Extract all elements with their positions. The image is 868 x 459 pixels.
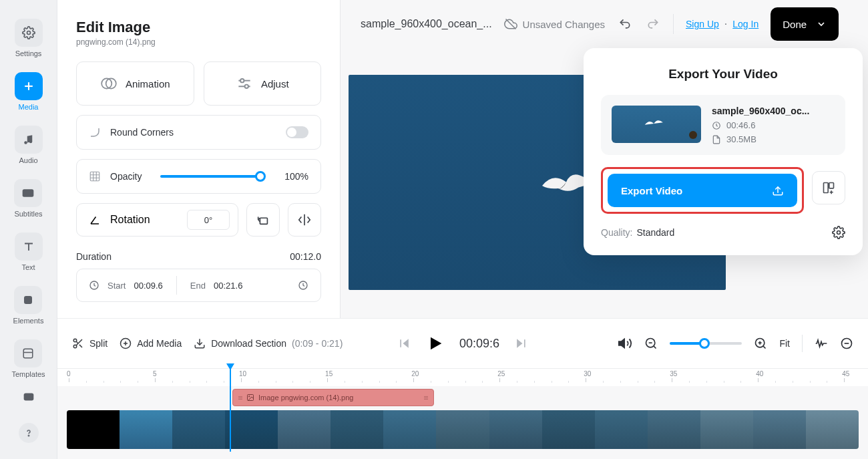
video-track[interactable] — [67, 410, 859, 449]
play-button[interactable] — [426, 334, 445, 353]
rotation-card: Rotation — [76, 203, 238, 237]
more-icon — [21, 391, 36, 403]
export-options-button[interactable] — [812, 171, 845, 204]
sidebar-label: Templates — [11, 370, 45, 378]
round-corners-card: Round Corners — [76, 115, 321, 150]
sidebar-item-media[interactable]: Media — [15, 72, 43, 111]
animation-button[interactable]: Animation — [76, 61, 194, 106]
help-button[interactable] — [19, 423, 39, 443]
scissors-icon — [72, 337, 84, 349]
plus-circle-icon — [120, 337, 132, 349]
export-button-label: Export Video — [621, 185, 682, 196]
flip-button[interactable] — [288, 203, 321, 237]
svg-rect-18 — [260, 218, 267, 224]
sidebar-item-templates[interactable]: Templates — [11, 339, 45, 378]
project-name[interactable]: sample_960x400_ocean_... — [361, 18, 492, 30]
animation-icon — [100, 75, 118, 92]
svg-point-54 — [249, 396, 250, 398]
sidebar-item-audio[interactable]: Audio — [15, 126, 43, 164]
download-section-range: (0:09 - 0:21) — [292, 338, 343, 349]
image-clip[interactable]: Image pngwing.com (14).png — [232, 389, 434, 406]
svg-line-21 — [505, 19, 515, 29]
adjust-button[interactable]: Adjust — [204, 61, 322, 106]
opacity-slider[interactable] — [160, 175, 260, 178]
round-corners-toggle[interactable] — [286, 126, 308, 138]
split-label: Split — [89, 338, 107, 349]
svg-rect-17 — [90, 172, 99, 181]
sidebar-label: Text — [21, 263, 35, 271]
done-button[interactable]: Done — [771, 7, 839, 41]
panel-title: Edit Image — [76, 19, 321, 36]
svg-rect-7 — [24, 349, 33, 358]
sidebar-label: Elements — [13, 317, 44, 325]
zoom-out-button[interactable] — [644, 337, 658, 350]
divider — [673, 14, 674, 34]
sidebar-item-subtitles[interactable]: Subtitles — [14, 179, 42, 218]
quality-settings-button[interactable] — [832, 226, 845, 239]
opacity-icon — [89, 170, 101, 182]
corner-icon — [89, 126, 101, 138]
log-in-link[interactable]: Log In — [732, 19, 758, 29]
zoom-slider[interactable] — [670, 342, 742, 345]
done-label: Done — [783, 19, 807, 30]
undo-button[interactable] — [617, 17, 633, 31]
rotate-left-button[interactable] — [246, 203, 280, 237]
divider — [802, 335, 803, 352]
download-section-button[interactable]: Download Section (0:09 - 0:21) — [194, 337, 343, 349]
end-value[interactable]: 00:21.6 — [214, 281, 242, 291]
left-sidebar: Settings Media Audio Subtitles Text Elem… — [0, 0, 57, 459]
sidebar-item-text[interactable]: Text — [15, 233, 43, 271]
volume-button[interactable] — [618, 336, 632, 351]
skip-back-button[interactable] — [398, 337, 411, 350]
timeline-ruler[interactable]: 051015202530354045 — [57, 369, 868, 386]
shapes-icon — [22, 294, 34, 306]
timecode: 00:09:6 — [459, 337, 499, 351]
adjust-icon — [236, 75, 253, 92]
svg-rect-5 — [23, 189, 34, 197]
duration-label: Duration — [76, 251, 112, 262]
file-icon — [712, 135, 721, 144]
svg-rect-25 — [829, 183, 834, 188]
svg-rect-9 — [23, 394, 33, 401]
fit-button[interactable]: Fit — [779, 338, 790, 349]
clip-right-handle[interactable] — [424, 396, 428, 400]
sidebar-item-elements[interactable]: Elements — [13, 286, 44, 325]
collapse-button[interactable] — [840, 337, 853, 350]
svg-point-10 — [28, 435, 29, 436]
quality-label: Quality: — [601, 227, 632, 238]
clip-left-handle[interactable] — [238, 396, 242, 400]
start-value[interactable]: 00:09.6 — [134, 281, 162, 291]
text-icon — [23, 241, 35, 253]
unsaved-label: Unsaved Changes — [523, 19, 605, 30]
zoom-in-button[interactable] — [754, 337, 767, 350]
gear-icon — [22, 26, 35, 39]
clip-label: Image pngwing.com (14).png — [258, 394, 353, 402]
svg-line-45 — [654, 346, 656, 349]
music-note-icon — [23, 134, 35, 146]
export-duration: 00:46.6 — [726, 120, 755, 130]
sign-up-link[interactable]: Sign Up — [686, 19, 719, 29]
waveform-button[interactable] — [815, 337, 828, 350]
round-corners-label: Round Corners — [110, 127, 174, 138]
skip-forward-button[interactable] — [514, 337, 527, 350]
sidebar-item-more[interactable] — [15, 390, 43, 404]
download-section-label: Download Section — [211, 338, 286, 349]
quality-value: Standard — [636, 227, 674, 238]
clock-icon — [89, 280, 99, 291]
split-button[interactable]: Split — [72, 337, 107, 349]
sidebar-item-settings[interactable]: Settings — [15, 19, 43, 57]
export-quality-row: Quality: Standard — [601, 226, 845, 239]
top-bar: sample_960x400_ocean_... Unsaved Changes… — [341, 0, 868, 48]
export-popover: Export Your Video sample_960x400_oc... 0… — [584, 48, 863, 255]
duration-value: 00:12.0 — [290, 251, 321, 262]
redo-button[interactable] — [645, 17, 661, 31]
export-video-button[interactable]: Export Video — [608, 174, 797, 207]
sidebar-label: Audio — [19, 156, 37, 164]
sidebar-label: Subtitles — [14, 210, 42, 218]
templates-icon — [22, 347, 34, 359]
rotation-input[interactable] — [187, 210, 230, 230]
unsaved-status: Unsaved Changes — [504, 17, 605, 31]
add-media-button[interactable]: Add Media — [120, 337, 182, 349]
svg-marker-40 — [431, 337, 441, 350]
add-media-label: Add Media — [137, 338, 182, 349]
